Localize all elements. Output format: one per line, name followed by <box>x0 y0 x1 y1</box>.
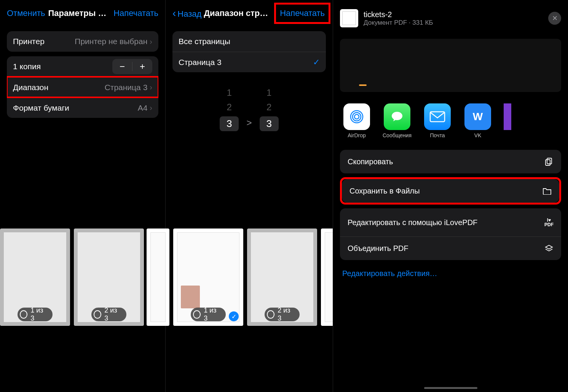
range-label: Диапазон <box>13 83 48 92</box>
merge-pdf-action[interactable]: Объединить PDF <box>340 236 561 260</box>
copies-stepper: − + <box>112 59 152 74</box>
app-label: Почта <box>430 132 445 138</box>
chevron-right-icon: › <box>150 83 152 92</box>
picker-value: 1 <box>266 87 271 98</box>
app-label: VK <box>474 132 482 138</box>
doc-preview <box>150 232 166 322</box>
increment-button[interactable]: + <box>132 61 152 72</box>
app-more[interactable] <box>504 103 511 138</box>
copy-action[interactable]: Скопировать <box>340 150 561 173</box>
save-to-files-action[interactable]: Сохранить в Файлы <box>342 179 559 203</box>
action-label: Редактировать с помощью iLovePDF <box>348 218 477 227</box>
page-badge: 1 из 3 <box>18 308 53 321</box>
to-picker[interactable]: 1 2 3 <box>260 87 279 131</box>
select-circle-icon <box>20 310 27 319</box>
cancel-button[interactable]: Отменить <box>7 8 45 18</box>
printer-group: Принтер Принтер не выбран› <box>7 31 158 52</box>
app-label: Сообщения <box>383 132 412 138</box>
select-circle-icon <box>267 310 274 319</box>
range-options-group: Все страницы Страница 3 ✓ <box>172 31 326 72</box>
chevron-right-icon: › <box>150 103 152 112</box>
from-picker[interactable]: 1 2 3 <box>220 87 239 131</box>
page-thumbnails: ✓ 1 из 3 2 из 3 <box>147 229 333 327</box>
navbar: Отменить Параметры печ... Напечатать <box>0 0 165 27</box>
file-name: tickets-2 <box>364 10 543 19</box>
edit-actions-link[interactable]: Редактировать действия… <box>333 264 568 283</box>
paper-value: A4 <box>138 103 148 113</box>
nav-title: Диапазон страниц <box>201 8 274 18</box>
print-button[interactable]: Напечатать <box>280 8 325 18</box>
app-vk[interactable]: W VK <box>463 103 492 138</box>
folder-icon <box>542 187 552 195</box>
picker-selected: 3 <box>260 116 279 131</box>
page-thumbnail-selected[interactable]: ✓ 1 из 3 <box>173 229 243 326</box>
printer-value: Принтер не выбран <box>75 37 147 46</box>
paper-label: Формат бумаги <box>13 103 69 113</box>
range-value: Страница 3 <box>105 83 148 92</box>
vk-icon: W <box>464 103 491 130</box>
close-button[interactable]: ✕ <box>548 12 561 25</box>
select-circle-icon <box>94 310 101 319</box>
share-apps-row: AirDrop Сообщения Почта W VK <box>333 100 568 146</box>
save-to-files-highlight: Сохранить в Файлы <box>340 177 561 205</box>
share-header: tickets-2 Документ PDF · 331 КБ ✕ <box>333 0 568 31</box>
all-pages-label: Все страницы <box>179 37 230 46</box>
airdrop-icon <box>343 103 370 130</box>
all-pages-row[interactable]: Все страницы <box>172 31 326 52</box>
printer-label: Принтер <box>13 37 45 46</box>
action-label: Скопировать <box>348 157 393 166</box>
select-circle-icon <box>193 310 201 319</box>
decrement-button[interactable]: − <box>112 61 132 72</box>
more-app-icon <box>504 103 511 130</box>
picker-selected: 3 <box>220 116 239 131</box>
actions-group-1: Скопировать <box>340 150 561 173</box>
app-messages[interactable]: Сообщения <box>383 103 412 138</box>
settings-group: 1 копия − + Диапазон Страница 3› Формат … <box>7 56 158 118</box>
page-thumbnail-partial[interactable] <box>147 229 169 326</box>
file-icon <box>340 9 358 27</box>
back-button[interactable]: ‹Назад <box>172 7 201 19</box>
range-row[interactable]: Диапазон Страница 3› <box>7 77 158 97</box>
page-thumbnail[interactable]: 1 из 3 <box>0 229 70 326</box>
range-arrow-icon: > <box>246 117 252 128</box>
svg-point-1 <box>353 113 361 121</box>
share-sheet-screen: tickets-2 Документ PDF · 331 КБ ✕ AirDro… <box>333 0 568 392</box>
page-range-screen: ‹Назад Диапазон страниц Напечатать Все с… <box>166 0 333 392</box>
messages-icon <box>384 103 410 130</box>
action-label: Объединить PDF <box>348 244 408 253</box>
page-range-picker[interactable]: 1 2 3 > 1 2 3 <box>166 87 333 131</box>
doc-preview <box>325 232 333 322</box>
print-options-screen: Отменить Параметры печ... Напечатать При… <box>0 0 166 392</box>
paper-row[interactable]: Формат бумаги A4› <box>7 97 158 118</box>
file-meta: Документ PDF · 331 КБ <box>364 19 543 27</box>
actions-group-2: Редактировать с помощью iLovePDF I♥PDF О… <box>340 208 561 260</box>
copy-icon <box>544 157 554 166</box>
picker-value: 1 <box>227 87 232 98</box>
page-thumbnail-partial[interactable] <box>321 229 333 326</box>
app-mail[interactable]: Почта <box>423 103 452 138</box>
print-button-highlight: Напечатать <box>274 3 330 24</box>
badge-text: 1 из 3 <box>30 306 47 322</box>
badge-text: 2 из 3 <box>278 306 294 322</box>
selected-page-row[interactable]: Страница 3 ✓ <box>172 52 326 72</box>
app-airdrop[interactable]: AirDrop <box>342 103 371 138</box>
page-badge: 2 из 3 <box>91 308 126 321</box>
picker-value: 2 <box>266 102 271 113</box>
page-badge: 2 из 3 <box>265 308 300 321</box>
printer-row[interactable]: Принтер Принтер не выбран› <box>7 31 158 52</box>
svg-point-3 <box>392 112 402 120</box>
copies-row: 1 копия − + <box>7 56 158 77</box>
svg-rect-6 <box>546 160 550 165</box>
page-thumbnail[interactable]: 2 из 3 <box>247 229 317 326</box>
photo-preview <box>181 286 200 308</box>
home-indicator <box>424 387 477 389</box>
close-icon: ✕ <box>552 14 558 22</box>
page-badge: 1 из 3 <box>191 308 226 321</box>
action-label: Сохранить в Файлы <box>349 187 420 195</box>
badge-text: 2 из 3 <box>104 306 121 322</box>
print-button[interactable]: Напечатать <box>113 8 158 18</box>
check-icon: ✓ <box>229 311 239 321</box>
document-preview[interactable] <box>340 39 561 92</box>
page-thumbnail[interactable]: 2 из 3 <box>74 229 144 326</box>
edit-ilovepdf-action[interactable]: Редактировать с помощью iLovePDF I♥PDF <box>340 208 561 236</box>
